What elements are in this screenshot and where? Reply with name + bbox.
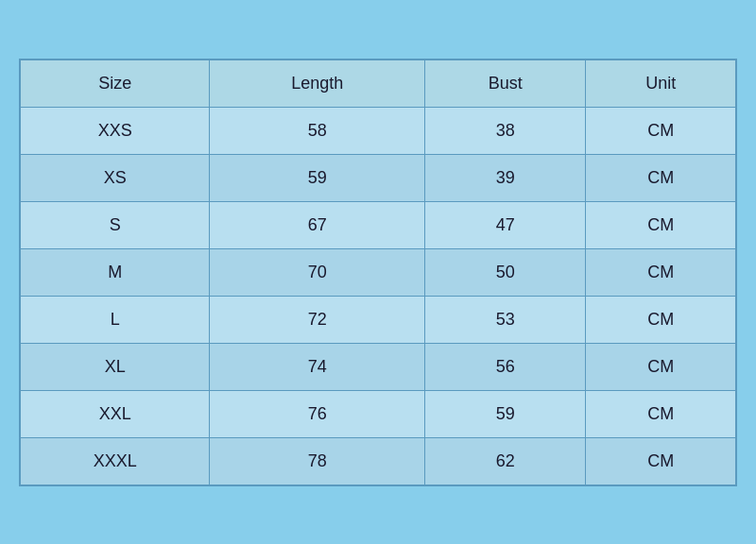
- cell-bust: 56: [424, 343, 586, 390]
- cell-size: XS: [21, 154, 210, 201]
- table-body: XXS5838CMXS5939CMS6747CMM7050CML7253CMXL…: [21, 107, 736, 484]
- cell-size: XXL: [21, 390, 210, 437]
- table-row: XXS5838CM: [21, 107, 736, 154]
- cell-bust: 39: [424, 154, 586, 201]
- cell-length: 70: [210, 248, 424, 296]
- table-header-row: Size Length Bust Unit: [21, 60, 736, 107]
- cell-bust: 59: [424, 390, 586, 437]
- cell-bust: 50: [424, 248, 586, 296]
- cell-size: S: [21, 201, 210, 248]
- cell-length: 59: [210, 154, 424, 201]
- table-row: XXL7659CM: [21, 390, 736, 437]
- cell-bust: 62: [424, 437, 586, 484]
- cell-size: XL: [21, 343, 210, 390]
- cell-length: 78: [210, 437, 424, 484]
- cell-bust: 47: [424, 201, 586, 248]
- cell-unit: CM: [586, 248, 736, 296]
- cell-unit: CM: [586, 296, 736, 343]
- table-row: XS5939CM: [21, 154, 736, 201]
- cell-length: 58: [210, 107, 424, 154]
- cell-size: L: [21, 296, 210, 343]
- cell-unit: CM: [586, 437, 736, 484]
- header-length: Length: [210, 60, 424, 107]
- size-chart-table: Size Length Bust Unit XXS5838CMXS5939CMS…: [20, 60, 736, 485]
- cell-bust: 53: [424, 296, 586, 343]
- table-row: M7050CM: [21, 248, 736, 296]
- cell-unit: CM: [586, 390, 736, 437]
- table-row: S6747CM: [21, 201, 736, 248]
- cell-unit: CM: [586, 154, 736, 201]
- size-chart-container: Size Length Bust Unit XXS5838CMXS5939CMS…: [19, 59, 737, 486]
- cell-bust: 38: [424, 107, 586, 154]
- header-unit: Unit: [586, 60, 736, 107]
- cell-unit: CM: [586, 201, 736, 248]
- table-row: L7253CM: [21, 296, 736, 343]
- cell-length: 76: [210, 390, 424, 437]
- header-size: Size: [21, 60, 210, 107]
- cell-unit: CM: [586, 343, 736, 390]
- table-row: XXXL7862CM: [21, 437, 736, 484]
- cell-size: XXXL: [21, 437, 210, 484]
- cell-unit: CM: [586, 107, 736, 154]
- cell-size: XXS: [21, 107, 210, 154]
- cell-size: M: [21, 248, 210, 296]
- table-row: XL7456CM: [21, 343, 736, 390]
- cell-length: 74: [210, 343, 424, 390]
- header-bust: Bust: [424, 60, 586, 107]
- cell-length: 72: [210, 296, 424, 343]
- cell-length: 67: [210, 201, 424, 248]
